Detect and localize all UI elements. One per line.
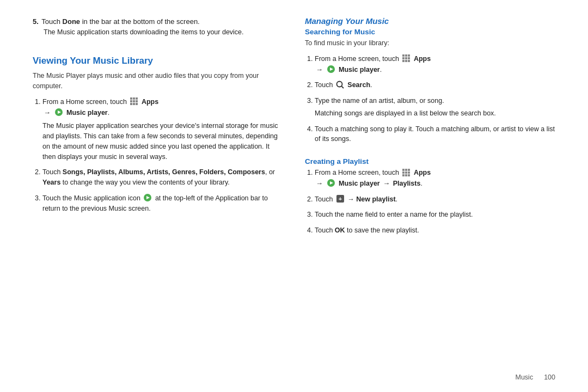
- svg-rect-19: [402, 60, 405, 62]
- search-step3-text: Type the name of an artist, album, or so…: [315, 97, 444, 105]
- create-step4-bold: OK: [335, 226, 345, 234]
- step1-music-label: Music player: [66, 109, 108, 117]
- svg-rect-31: [408, 171, 410, 174]
- svg-rect-7: [133, 103, 135, 105]
- create-step3: Touch the name field to enter a name for…: [315, 210, 555, 220]
- music-player-icon-r2: [327, 179, 335, 187]
- svg-rect-17: [405, 57, 407, 59]
- create-step1-text1: From a Home screen, touch: [315, 169, 401, 176]
- svg-rect-2: [136, 97, 138, 100]
- music-player-icon-r1: [327, 65, 335, 74]
- creating-title: Creating a Playlist: [305, 157, 555, 166]
- create-step1-apps-label: Apps: [414, 169, 431, 176]
- left-step3: Touch the Music application icon at the …: [42, 193, 283, 214]
- search-step1-apps-label: Apps: [414, 55, 431, 63]
- svg-rect-20: [405, 60, 407, 62]
- search-step2: Touch Search.: [315, 80, 555, 90]
- svg-rect-29: [402, 171, 405, 174]
- svg-rect-21: [408, 60, 410, 62]
- create-step1-playlists: Playlists: [393, 180, 421, 187]
- create-step1-arrow2: →: [383, 178, 390, 189]
- music-player-icon-2: [143, 193, 152, 202]
- step5-sub: The Music application starts downloading…: [44, 27, 283, 38]
- svg-rect-34: [408, 174, 410, 176]
- svg-rect-5: [136, 100, 138, 102]
- svg-rect-28: [408, 169, 410, 171]
- intro-step5: 5. Touch Done in the bar at the bottom o…: [33, 16, 283, 42]
- svg-rect-26: [402, 169, 405, 171]
- create-step1: From a Home screen, touch: [315, 168, 555, 189]
- apps-icon-r1: [402, 54, 411, 63]
- left-steps-list: From a Home screen, touch: [42, 97, 283, 219]
- page-footer: Music 100: [515, 373, 555, 381]
- step2-text1: Touch: [42, 168, 63, 176]
- search-step4-text: Touch a matching song to play it. Touch …: [315, 125, 555, 143]
- right-column: Managing Your Music Searching for Music …: [305, 16, 555, 376]
- footer-page: 100: [544, 373, 555, 381]
- svg-rect-8: [136, 103, 138, 105]
- svg-point-24: [336, 81, 342, 87]
- svg-rect-3: [130, 100, 132, 102]
- step1-sub: The Music player application searches yo…: [42, 121, 283, 162]
- viewing-desc: The Music Player plays music and other a…: [33, 71, 283, 91]
- step2-bold-years: Years: [42, 179, 60, 186]
- creating-section: Creating a Playlist From a Home screen, …: [305, 157, 555, 241]
- apps-icon: [130, 97, 138, 106]
- create-step2-text1: Touch: [315, 195, 335, 203]
- svg-rect-6: [130, 103, 132, 105]
- search-step1-arrow: →: [316, 64, 323, 75]
- managing-title: Managing Your Music: [305, 16, 555, 26]
- svg-rect-30: [405, 171, 407, 174]
- searching-intro: To find music in your library:: [305, 38, 555, 48]
- svg-rect-16: [402, 57, 405, 59]
- left-step2: Touch Songs, Playlists, Albums, Artists,…: [42, 167, 283, 188]
- create-step3-text: Touch the name field to enter a name for…: [315, 211, 473, 218]
- left-column: 5. Touch Done in the bar at the bottom o…: [33, 16, 283, 376]
- svg-rect-27: [405, 169, 407, 171]
- search-steps-list: From a Home screen, touch Apps: [315, 54, 555, 150]
- search-icon: [336, 81, 345, 89]
- searching-title: Searching for Music: [305, 28, 555, 36]
- svg-rect-13: [402, 54, 405, 57]
- step1-apps-label: Apps: [142, 98, 158, 106]
- search-step3: Type the name of an artist, album, or so…: [315, 96, 555, 119]
- create-step1-arrow1: →: [316, 178, 323, 189]
- step1-arrow: →: [44, 107, 51, 118]
- svg-rect-15: [408, 54, 410, 57]
- svg-rect-1: [133, 97, 135, 100]
- svg-rect-32: [402, 174, 405, 176]
- search-step1-music-label: Music player: [339, 66, 380, 74]
- svg-rect-4: [133, 100, 135, 102]
- svg-rect-33: [405, 174, 407, 176]
- create-steps-list: From a Home screen, touch: [315, 168, 555, 236]
- music-player-icon: [54, 108, 63, 117]
- create-step1-music-label: Music player: [339, 180, 380, 187]
- search-step2-label: Search: [347, 81, 370, 89]
- step2-bold-items: Songs, Playlists, Albums, Artists, Genre…: [63, 168, 265, 176]
- step2-text2: , or: [265, 168, 275, 176]
- search-step1: From a Home screen, touch Apps: [315, 54, 555, 75]
- new-playlist-icon: +: [336, 194, 345, 203]
- create-step4-text1: Touch: [315, 226, 335, 234]
- svg-rect-0: [130, 97, 132, 100]
- viewing-title: Viewing Your Music Library: [33, 56, 283, 66]
- svg-rect-14: [405, 54, 407, 57]
- step5-text1: Touch: [41, 17, 62, 26]
- step3-text1: Touch the Music application icon: [42, 194, 142, 202]
- svg-rect-18: [408, 57, 410, 59]
- left-step1: From a Home screen, touch: [42, 97, 283, 162]
- create-step2: Touch + → New playlist.: [315, 194, 555, 205]
- step5-number: 5.: [33, 17, 39, 26]
- search-step2-text1: Touch: [315, 81, 335, 89]
- create-step4: Touch OK to save the new playlist.: [315, 225, 555, 236]
- search-step4: Touch a matching song to play it. Touch …: [315, 124, 555, 145]
- create-step2-label: → New playlist: [347, 195, 395, 203]
- search-step1-text: From a Home screen, touch: [315, 55, 401, 63]
- svg-text:+: +: [339, 195, 342, 202]
- step5-bold1: Done: [63, 17, 81, 26]
- create-step4-text2: to save the new playlist.: [345, 226, 419, 234]
- step5-text2: in the bar at the bottom of the screen.: [80, 17, 200, 26]
- footer-label: Music: [515, 373, 533, 381]
- step2-text3: to change the way you view the contents …: [60, 179, 229, 186]
- apps-icon-r2: [402, 168, 411, 177]
